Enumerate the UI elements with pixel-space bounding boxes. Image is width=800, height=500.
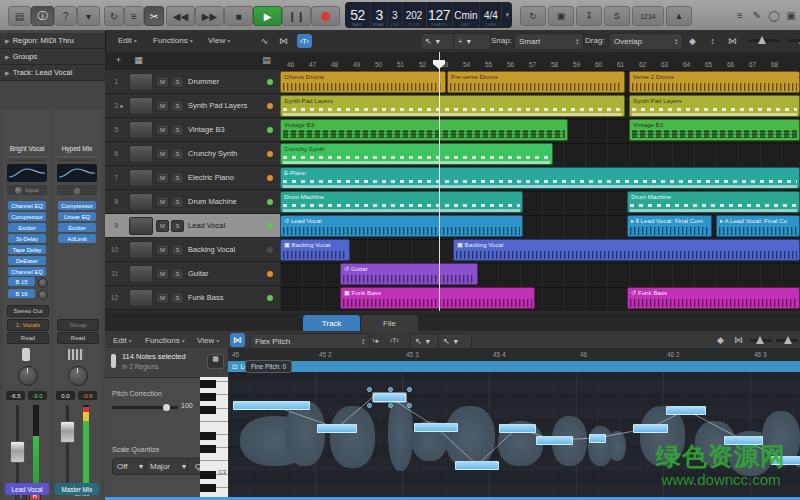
- volume-fader[interactable]: [60, 421, 75, 443]
- flex-note[interactable]: [724, 436, 763, 445]
- automation-mode-button[interactable]: Read: [7, 332, 49, 344]
- track-header-funk-bass[interactable]: 12MSFunk Bass: [105, 286, 280, 310]
- flex-note[interactable]: [771, 456, 800, 465]
- plugin-slot[interactable]: Linear EQ: [58, 212, 96, 221]
- flex-note[interactable]: [499, 424, 536, 433]
- track-solo-button[interactable]: S: [171, 100, 184, 112]
- editor-menu-view[interactable]: View▾: [197, 333, 219, 348]
- pan-knob[interactable]: [18, 366, 38, 386]
- plugin-slot[interactable]: Compressor: [58, 201, 96, 210]
- arrange-lanes[interactable]: Chorus DrumsPre-verse DrumsVerse 2 Drums…: [280, 70, 800, 311]
- plugin-slot[interactable]: Channel EQ: [8, 201, 46, 210]
- send-slot[interactable]: B 16: [8, 289, 35, 298]
- editor-ruler[interactable]: 4545 245 345 44646 246 3: [228, 348, 800, 361]
- track-mute-button[interactable]: M: [156, 172, 169, 184]
- plugin-slot[interactable]: Exciter: [8, 223, 46, 232]
- output-slot[interactable]: Stereo Out: [7, 305, 49, 317]
- track-solo-button[interactable]: S: [171, 244, 184, 256]
- region-pre-verse-drums[interactable]: Pre-verse Drums: [447, 71, 625, 93]
- track-solo-button[interactable]: S: [171, 268, 184, 280]
- rewind-button[interactable]: ◀◀: [166, 6, 195, 26]
- send-knob[interactable]: [38, 278, 48, 288]
- editor-catch-icon[interactable]: ›T‹: [387, 333, 402, 347]
- mixer-icon[interactable]: ≡: [124, 6, 144, 26]
- record-button[interactable]: [311, 6, 340, 26]
- piano-black-key[interactable]: [200, 406, 216, 414]
- loop-browser-icon[interactable]: ◯: [767, 6, 781, 24]
- track-mute-button[interactable]: M: [156, 244, 169, 256]
- group-slot[interactable]: Group: [57, 319, 99, 331]
- plugin-slot[interactable]: Tape Delay: [8, 245, 46, 254]
- send-knob[interactable]: [38, 290, 48, 300]
- pause-button[interactable]: ❙❙: [282, 6, 311, 26]
- groups-inspector-header[interactable]: ▶Groups: [0, 49, 105, 65]
- horizontal-zoom-slider[interactable]: [787, 39, 800, 42]
- track-solo-button[interactable]: S: [171, 124, 184, 136]
- media-browser-icon[interactable]: ▾: [77, 6, 100, 26]
- volume-value[interactable]: -6.5: [6, 391, 25, 400]
- plugin-slot[interactable]: Channel EQ: [8, 267, 46, 276]
- duplicate-track-icon[interactable]: ▦: [132, 55, 145, 67]
- channel-strip-label[interactable]: Lead Vocal: [5, 483, 49, 495]
- track-header-crunchy-synth[interactable]: 6MSCrunchy Synth: [105, 142, 280, 166]
- plugin-slot[interactable]: AdLimit: [58, 234, 96, 243]
- catch-playhead-icon[interactable]: ›T‹: [297, 34, 312, 48]
- region-chorus-drums[interactable]: Chorus Drums: [280, 71, 446, 93]
- eq-thumbnail[interactable]: [7, 164, 47, 182]
- track-header-vintage-b3[interactable]: 5MSVintage B3: [105, 118, 280, 142]
- menu-functions[interactable]: Functions▾: [153, 33, 193, 48]
- region-a-lead-vocal-final-co[interactable]: ▸ A Lead Vocal: Final Co: [716, 215, 800, 237]
- flex-icon[interactable]: ⋈: [276, 34, 291, 48]
- track-solo-button[interactable]: S: [171, 220, 184, 232]
- piano-keyboard[interactable]: C3: [200, 377, 229, 500]
- region-synth-pad-layers[interactable]: Synth Pad Layers: [629, 95, 800, 117]
- playhead[interactable]: [439, 52, 440, 311]
- editor-catch-playhead-icon[interactable]: ◆: [713, 333, 728, 347]
- region-backing-vocal[interactable]: ▣ Backing Vocal: [280, 239, 350, 261]
- flex-note[interactable]: [633, 424, 668, 433]
- pitch-correction-slider[interactable]: [112, 406, 178, 409]
- cycle-icon[interactable]: ↻: [520, 6, 546, 26]
- region-vintage-b3[interactable]: Vintage B3: [280, 119, 568, 141]
- editor-menu-functions[interactable]: Functions▾: [145, 333, 185, 348]
- piano-black-key[interactable]: [200, 471, 216, 479]
- quick-help-icon[interactable]: ?: [54, 6, 77, 26]
- region--lead-vocal-final-com[interactable]: ▸ Ⅱ Lead Vocal: Final Com: [627, 215, 712, 237]
- piano-black-key[interactable]: [200, 380, 216, 388]
- editor-region-header[interactable]: ⊡ Lead Vocal ↺: [228, 361, 800, 372]
- channel-strip-setting-button[interactable]: [57, 156, 97, 161]
- pan-knob[interactable]: [68, 366, 88, 386]
- track-header-guitar[interactable]: 11MSGuitar: [105, 262, 280, 286]
- track-header-backing-vocal[interactable]: 10MSBacking Vocal: [105, 238, 280, 262]
- track-sort-icon[interactable]: ▤: [260, 55, 273, 67]
- note-pads-icon[interactable]: ✎: [750, 6, 764, 24]
- tab-file[interactable]: File: [361, 315, 418, 331]
- track-status-dot[interactable]: [267, 79, 273, 85]
- track-header-drum-machine[interactable]: 8MSDrum Machine: [105, 190, 280, 214]
- command-tool-menu[interactable]: +▾: [453, 33, 491, 50]
- save-icon[interactable]: ▤: [8, 6, 31, 26]
- auto-track-zoom-icon[interactable]: ↕: [705, 34, 720, 48]
- track-inspector-header[interactable]: ▶Track: Lead Vocal: [0, 65, 105, 81]
- drag-menu[interactable]: Overlap↕: [609, 33, 683, 50]
- track-header-lead-vocal[interactable]: 9MSLead Vocal: [105, 214, 280, 238]
- piano-black-key[interactable]: [200, 432, 216, 440]
- region-crunchy-synth[interactable]: Crunchy Synth: [280, 143, 553, 165]
- track-solo-button[interactable]: S: [171, 292, 184, 304]
- inspector-icon[interactable]: ⓘ: [31, 6, 54, 26]
- channel-strip-label[interactable]: Master Mix: [55, 483, 99, 495]
- flex-note[interactable]: [536, 436, 573, 445]
- plugin-slot[interactable]: Compressor: [8, 212, 46, 221]
- track-mute-button[interactable]: M: [156, 196, 169, 208]
- plugin-slot[interactable]: Exciter: [58, 223, 96, 232]
- send-slot[interactable]: B 15: [8, 277, 35, 286]
- automation-mode-button[interactable]: Read: [57, 332, 99, 344]
- cut-icon[interactable]: ✂: [144, 6, 164, 26]
- note-edit-hotspot[interactable]: [367, 387, 372, 392]
- flex-note[interactable]: [414, 423, 458, 432]
- strip-name[interactable]: Bright Vocal: [3, 145, 51, 152]
- input-slot[interactable]: Input: [7, 185, 47, 195]
- track-solo-button[interactable]: S: [171, 76, 184, 88]
- track-status-dot[interactable]: [267, 103, 273, 109]
- track-mute-button[interactable]: M: [156, 292, 169, 304]
